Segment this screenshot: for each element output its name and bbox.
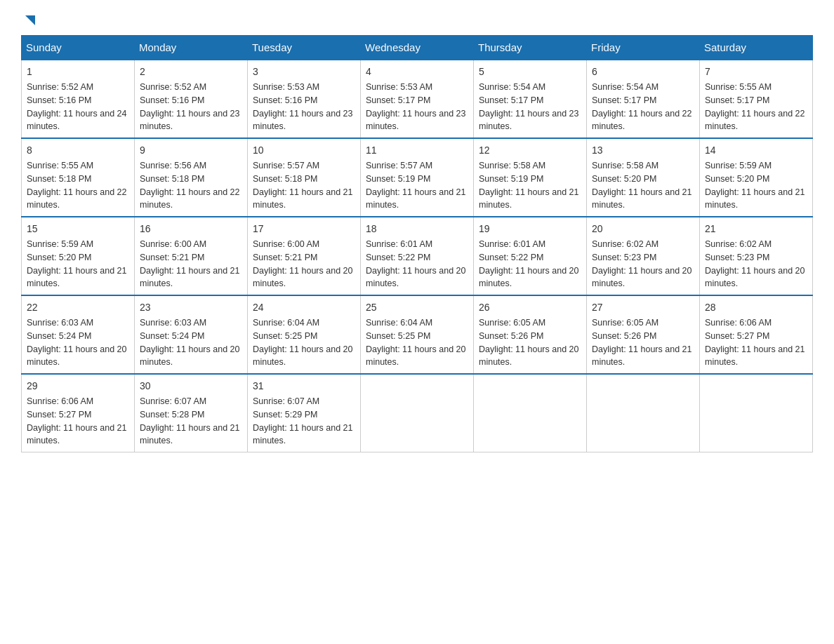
- sunrise-info: Sunrise: 6:04 AM: [366, 318, 432, 328]
- calendar-day-cell: 31 Sunrise: 6:07 AM Sunset: 5:29 PM Dayl…: [248, 374, 361, 452]
- daylight-info: Daylight: 11 hours and 21 minutes.: [140, 266, 239, 289]
- sunset-info: Sunset: 5:17 PM: [592, 95, 656, 105]
- sunrise-info: Sunrise: 5:53 AM: [366, 82, 432, 92]
- calendar-day-cell: 22 Sunrise: 6:03 AM Sunset: 5:24 PM Dayl…: [22, 295, 135, 374]
- daylight-info: Daylight: 11 hours and 20 minutes.: [366, 266, 465, 289]
- daylight-info: Daylight: 11 hours and 20 minutes.: [366, 344, 465, 368]
- day-number: 2: [140, 65, 242, 79]
- sunset-info: Sunset: 5:17 PM: [366, 95, 430, 105]
- sunset-info: Sunset: 5:26 PM: [592, 331, 656, 341]
- sunrise-info: Sunrise: 5:52 AM: [27, 82, 93, 92]
- sunrise-info: Sunrise: 6:02 AM: [592, 239, 658, 249]
- svg-marker-0: [25, 15, 35, 25]
- sunset-info: Sunset: 5:21 PM: [253, 253, 317, 262]
- calendar-day-cell: 16 Sunrise: 6:00 AM Sunset: 5:21 PM Dayl…: [135, 217, 248, 295]
- sunrise-info: Sunrise: 6:03 AM: [27, 318, 93, 328]
- calendar-day-cell: 11 Sunrise: 5:57 AM Sunset: 5:19 PM Dayl…: [361, 138, 474, 217]
- calendar-day-cell: 1 Sunrise: 5:52 AM Sunset: 5:16 PM Dayli…: [22, 60, 135, 138]
- page-header: [21, 14, 813, 24]
- sunrise-info: Sunrise: 5:57 AM: [253, 161, 319, 170]
- col-header-sunday: Sunday: [22, 36, 135, 60]
- col-header-saturday: Saturday: [700, 36, 813, 60]
- sunrise-info: Sunrise: 5:55 AM: [27, 161, 93, 170]
- calendar-day-cell: 29 Sunrise: 6:06 AM Sunset: 5:27 PM Dayl…: [22, 374, 135, 452]
- col-header-friday: Friday: [587, 36, 700, 60]
- day-number: 24: [253, 300, 355, 315]
- sunset-info: Sunset: 5:20 PM: [705, 174, 769, 184]
- sunrise-info: Sunrise: 6:01 AM: [366, 239, 432, 249]
- calendar-week-row: 22 Sunrise: 6:03 AM Sunset: 5:24 PM Dayl…: [22, 295, 813, 374]
- sunrise-info: Sunrise: 6:05 AM: [592, 318, 658, 328]
- daylight-info: Daylight: 11 hours and 23 minutes.: [479, 109, 578, 132]
- day-number: 19: [479, 222, 581, 236]
- sunset-info: Sunset: 5:18 PM: [253, 174, 317, 184]
- sunrise-info: Sunrise: 6:04 AM: [253, 318, 319, 328]
- calendar-day-cell: 13 Sunrise: 5:58 AM Sunset: 5:20 PM Dayl…: [587, 138, 700, 217]
- sunrise-info: Sunrise: 6:01 AM: [479, 239, 545, 249]
- daylight-info: Daylight: 11 hours and 20 minutes.: [705, 266, 805, 289]
- sunrise-info: Sunrise: 5:52 AM: [140, 82, 206, 92]
- day-number: 16: [140, 222, 242, 236]
- calendar-week-row: 15 Sunrise: 5:59 AM Sunset: 5:20 PM Dayl…: [22, 217, 813, 295]
- calendar-day-cell: 9 Sunrise: 5:56 AM Sunset: 5:18 PM Dayli…: [135, 138, 248, 217]
- sunset-info: Sunset: 5:20 PM: [592, 174, 656, 184]
- sunrise-info: Sunrise: 5:55 AM: [705, 82, 772, 92]
- calendar-day-cell: 14 Sunrise: 5:59 AM Sunset: 5:20 PM Dayl…: [700, 138, 813, 217]
- day-number: 27: [592, 300, 694, 315]
- daylight-info: Daylight: 11 hours and 21 minutes.: [592, 187, 691, 210]
- daylight-info: Daylight: 11 hours and 22 minutes.: [27, 187, 126, 210]
- daylight-info: Daylight: 11 hours and 21 minutes.: [366, 187, 465, 210]
- sunrise-info: Sunrise: 6:00 AM: [253, 239, 319, 249]
- daylight-info: Daylight: 11 hours and 22 minutes.: [592, 109, 691, 132]
- day-number: 22: [27, 300, 129, 315]
- daylight-info: Daylight: 11 hours and 21 minutes.: [253, 187, 352, 210]
- daylight-info: Daylight: 11 hours and 22 minutes.: [705, 109, 805, 132]
- day-number: 26: [479, 300, 581, 315]
- calendar-day-cell: 18 Sunrise: 6:01 AM Sunset: 5:22 PM Dayl…: [361, 217, 474, 295]
- col-header-thursday: Thursday: [474, 36, 587, 60]
- calendar-day-cell: 25 Sunrise: 6:04 AM Sunset: 5:25 PM Dayl…: [361, 295, 474, 374]
- calendar-day-cell: 7 Sunrise: 5:55 AM Sunset: 5:17 PM Dayli…: [700, 60, 813, 138]
- sunrise-info: Sunrise: 5:56 AM: [140, 161, 206, 170]
- logo: [21, 14, 38, 24]
- day-number: 30: [140, 379, 242, 394]
- sunrise-info: Sunrise: 5:54 AM: [479, 82, 545, 92]
- daylight-info: Daylight: 11 hours and 20 minutes.: [253, 266, 352, 289]
- daylight-info: Daylight: 11 hours and 21 minutes.: [253, 423, 352, 446]
- calendar-day-cell: 2 Sunrise: 5:52 AM Sunset: 5:16 PM Dayli…: [135, 60, 248, 138]
- day-number: 11: [366, 143, 468, 158]
- sunset-info: Sunset: 5:23 PM: [705, 253, 769, 262]
- sunrise-info: Sunrise: 5:59 AM: [705, 161, 772, 170]
- daylight-info: Daylight: 11 hours and 23 minutes.: [253, 109, 352, 132]
- sunset-info: Sunset: 5:24 PM: [27, 331, 91, 341]
- day-number: 3: [253, 65, 355, 79]
- empty-day-cell: [361, 374, 474, 452]
- col-header-tuesday: Tuesday: [248, 36, 361, 60]
- col-header-monday: Monday: [135, 36, 248, 60]
- calendar-day-cell: 19 Sunrise: 6:01 AM Sunset: 5:22 PM Dayl…: [474, 217, 587, 295]
- calendar-week-row: 29 Sunrise: 6:06 AM Sunset: 5:27 PM Dayl…: [22, 374, 813, 452]
- daylight-info: Daylight: 11 hours and 21 minutes.: [705, 344, 805, 368]
- sunrise-info: Sunrise: 6:02 AM: [705, 239, 772, 249]
- calendar-table: SundayMondayTuesdayWednesdayThursdayFrid…: [21, 35, 813, 452]
- daylight-info: Daylight: 11 hours and 23 minutes.: [366, 109, 465, 132]
- day-number: 29: [27, 379, 129, 394]
- sunrise-info: Sunrise: 5:58 AM: [592, 161, 658, 170]
- calendar-day-cell: 28 Sunrise: 6:06 AM Sunset: 5:27 PM Dayl…: [700, 295, 813, 374]
- daylight-info: Daylight: 11 hours and 20 minutes.: [253, 344, 352, 368]
- sunset-info: Sunset: 5:26 PM: [479, 331, 543, 341]
- day-number: 8: [27, 143, 129, 158]
- day-number: 20: [592, 222, 694, 236]
- day-number: 7: [705, 65, 807, 79]
- sunset-info: Sunset: 5:25 PM: [366, 331, 430, 341]
- sunset-info: Sunset: 5:27 PM: [27, 410, 91, 420]
- daylight-info: Daylight: 11 hours and 24 minutes.: [27, 109, 126, 132]
- sunset-info: Sunset: 5:27 PM: [705, 331, 769, 341]
- sunset-info: Sunset: 5:18 PM: [27, 174, 91, 184]
- col-header-wednesday: Wednesday: [361, 36, 474, 60]
- sunrise-info: Sunrise: 6:07 AM: [253, 396, 319, 406]
- daylight-info: Daylight: 11 hours and 22 minutes.: [140, 187, 239, 210]
- calendar-day-cell: 23 Sunrise: 6:03 AM Sunset: 5:24 PM Dayl…: [135, 295, 248, 374]
- calendar-week-row: 8 Sunrise: 5:55 AM Sunset: 5:18 PM Dayli…: [22, 138, 813, 217]
- daylight-info: Daylight: 11 hours and 21 minutes.: [705, 187, 805, 210]
